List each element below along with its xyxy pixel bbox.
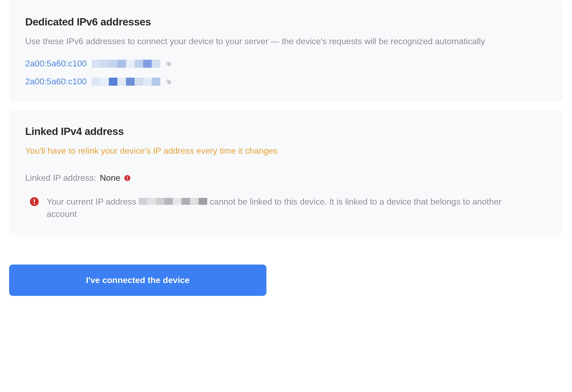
ipv6-address-text: 2a00:5a60:c100 (25, 59, 87, 69)
svg-rect-1 (166, 61, 170, 65)
ip-link-error-text: Your current IP address cannot be linked… (47, 196, 531, 220)
svg-point-6 (127, 179, 128, 180)
svg-rect-3 (166, 79, 170, 83)
copy-icon[interactable] (165, 78, 172, 85)
redacted-ipv6-suffix (92, 78, 160, 86)
ip-link-error: Your current IP address cannot be linked… (25, 196, 547, 220)
ipv6-address-text: 2a00:5a60:c100 (25, 77, 87, 86)
linked-ip-label: Linked IP address: (25, 173, 96, 183)
ipv6-card: Dedicated IPv6 addresses Use these IPv6 … (9, 0, 563, 101)
linked-ip-row: Linked IP address: None (25, 173, 547, 183)
ipv4-card: Linked IPv4 address You'll have to relin… (9, 110, 563, 235)
ipv6-address-row: 2a00:5a60:c100 (25, 77, 547, 86)
ipv6-title: Dedicated IPv6 addresses (25, 16, 547, 28)
linked-ip-value: None (100, 173, 120, 183)
alert-icon (124, 175, 131, 181)
redacted-ipv6-suffix (92, 60, 160, 68)
error-prefix: Your current IP address (47, 197, 139, 206)
svg-point-9 (34, 203, 35, 205)
svg-rect-8 (34, 199, 35, 202)
copy-icon[interactable] (165, 60, 172, 67)
ipv4-title: Linked IPv4 address (25, 126, 547, 137)
ipv6-address-row: 2a00:5a60:c100 (25, 59, 547, 69)
redacted-current-ip (139, 198, 207, 206)
ipv4-warning-text: You'll have to relink your device's IP a… (25, 145, 547, 157)
alert-icon (29, 197, 39, 206)
svg-rect-5 (127, 176, 128, 179)
connected-device-button[interactable]: I've connected the device (9, 265, 266, 296)
ipv6-description: Use these IPv6 addresses to connect your… (25, 35, 547, 47)
